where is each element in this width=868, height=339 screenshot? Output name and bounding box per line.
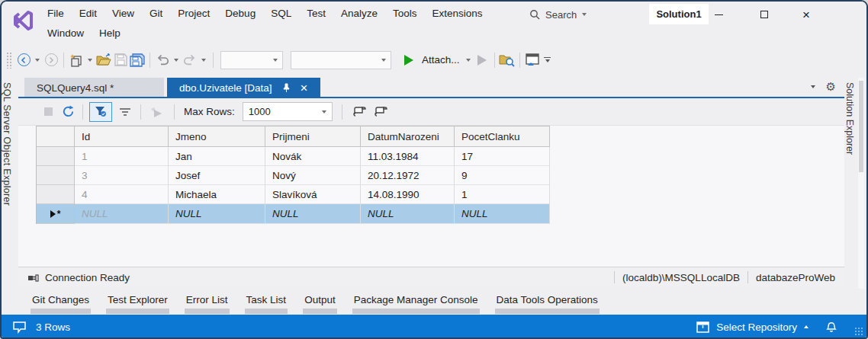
tab-test-explorer[interactable]: Test Explorer	[108, 289, 168, 310]
menu-file[interactable]: File	[40, 8, 72, 19]
start-debug-button[interactable]	[400, 50, 417, 70]
navigate-back-dropdown[interactable]	[32, 50, 43, 70]
attach-label[interactable]: Attach...	[422, 54, 460, 66]
minimize-button[interactable]	[701, 2, 737, 27]
navigate-back-button[interactable]	[15, 50, 32, 70]
grid-corner-cell[interactable]	[37, 126, 75, 147]
navigate-forward-button[interactable]	[43, 50, 59, 70]
sort-filter-options-button[interactable]	[117, 102, 133, 122]
cell[interactable]: Nový	[265, 166, 361, 185]
visual-studio-logo-icon	[11, 9, 34, 32]
column-header-id[interactable]: Id	[75, 126, 169, 147]
cell[interactable]: NULL	[169, 204, 265, 224]
tab-sqlquery4[interactable]: SQLQuery4.sql *	[24, 78, 164, 98]
resize-grip[interactable]	[854, 327, 863, 336]
redo-button[interactable]	[182, 50, 198, 70]
menu-help[interactable]: Help	[92, 27, 128, 39]
gear-icon[interactable]: ⚙	[826, 80, 836, 94]
sql-server-object-explorer-tab[interactable]: SQL Server Object Explorer	[2, 76, 18, 289]
menu-project[interactable]: Project	[170, 8, 217, 19]
maximize-button[interactable]	[746, 2, 782, 27]
script-button[interactable]	[352, 102, 368, 122]
cell[interactable]: NULL	[265, 204, 361, 224]
menu-test[interactable]: Test	[299, 8, 333, 19]
solution-name-badge[interactable]: Solution1	[649, 4, 709, 24]
cell[interactable]: NULL	[455, 204, 550, 224]
tab-task-list[interactable]: Task List	[246, 289, 287, 310]
cell[interactable]: 14.08.1990	[361, 185, 455, 204]
stop-button[interactable]	[40, 102, 56, 122]
menu-analyze[interactable]: Analyze	[333, 8, 385, 19]
feedback-bubble-icon[interactable]	[12, 321, 27, 334]
cell[interactable]: 4	[75, 185, 169, 204]
menu-sql[interactable]: SQL	[263, 8, 299, 19]
column-header-pocetclanku[interactable]: PocetClanku	[455, 126, 550, 147]
start-without-debug-button[interactable]	[474, 50, 490, 70]
open-file-button[interactable]	[95, 50, 112, 70]
cell[interactable]: 11.03.1984	[361, 147, 455, 166]
cell[interactable]: 1	[75, 147, 169, 166]
redo-dropdown[interactable]	[198, 50, 209, 70]
cell[interactable]: Novák	[265, 147, 361, 166]
cell[interactable]: 3	[75, 166, 169, 185]
max-rows-combobox[interactable]: 1000	[243, 102, 333, 121]
notifications-bell-icon[interactable]	[825, 321, 837, 334]
tab-data-tools-operations[interactable]: Data Tools Operations	[497, 289, 598, 310]
cell[interactable]: 20.12.1972	[361, 166, 455, 185]
toolbar-overflow-button[interactable]	[541, 50, 555, 70]
menu-view[interactable]: View	[104, 8, 142, 19]
search-icon	[529, 9, 540, 20]
save-button[interactable]	[112, 50, 129, 70]
configuration-combobox[interactable]	[220, 51, 283, 69]
row-header[interactable]	[37, 147, 75, 166]
column-header-datumnarozeni[interactable]: DatumNarozeni	[361, 126, 455, 147]
attach-dropdown[interactable]	[463, 50, 474, 70]
menu-window[interactable]: Window	[40, 27, 92, 39]
cell[interactable]: NULL	[75, 204, 169, 224]
document-list-dropdown-icon[interactable]	[811, 85, 815, 88]
platform-combobox[interactable]	[291, 51, 391, 69]
filter-button[interactable]	[89, 102, 112, 122]
find-in-files-button[interactable]	[499, 50, 516, 70]
menu-extensions[interactable]: Extensions	[424, 8, 490, 19]
tab-output[interactable]: Output	[304, 289, 336, 310]
row-header[interactable]	[37, 185, 75, 204]
cell[interactable]: 1	[455, 185, 550, 204]
column-header-prijmeni[interactable]: Prijmeni	[265, 126, 361, 147]
pin-icon[interactable]	[281, 83, 291, 93]
tab-package-manager-console[interactable]: Package Manager Console	[354, 289, 478, 310]
cell[interactable]: 9	[455, 166, 550, 185]
menu-tools[interactable]: Tools	[385, 8, 425, 19]
script-to-file-button[interactable]	[373, 102, 390, 122]
undo-dropdown[interactable]	[171, 50, 182, 70]
cell[interactable]: 17	[455, 147, 550, 166]
search-box[interactable]: Search	[529, 5, 587, 24]
new-project-button[interactable]	[68, 50, 85, 70]
cell[interactable]: Josef	[169, 166, 265, 185]
tab-git-changes[interactable]: Git Changes	[32, 289, 89, 310]
execute-script-button[interactable]	[148, 102, 165, 122]
right-scroll-thumb[interactable]	[859, 81, 863, 172]
tab-error-list[interactable]: Error List	[186, 289, 228, 310]
toolbar-grip[interactable]	[6, 52, 12, 69]
menu-debug[interactable]: Debug	[217, 8, 263, 19]
close-icon: ×	[802, 8, 810, 21]
row-header[interactable]	[37, 166, 75, 185]
refresh-button[interactable]	[59, 102, 76, 122]
browser-home-button[interactable]	[524, 50, 541, 70]
save-all-button[interactable]	[129, 50, 146, 70]
cell[interactable]: Slavíková	[265, 185, 361, 204]
cell[interactable]: Jan	[169, 147, 265, 166]
select-repository-button[interactable]: Select Repository	[696, 321, 809, 333]
new-row-header[interactable]: *	[37, 204, 75, 224]
menu-git[interactable]: Git	[142, 8, 170, 19]
tab-dbo-uzivatele-data[interactable]: dbo.Uzivatele [Data] ×	[167, 78, 320, 98]
column-header-jmeno[interactable]: Jmeno	[169, 126, 265, 147]
cell[interactable]: Michaela	[169, 185, 265, 204]
close-button[interactable]: ×	[786, 2, 827, 27]
undo-button[interactable]	[154, 50, 171, 70]
cell[interactable]: NULL	[361, 204, 455, 224]
tab-close-icon[interactable]: ×	[301, 82, 308, 94]
new-project-dropdown[interactable]	[85, 50, 95, 70]
menu-edit[interactable]: Edit	[72, 8, 104, 19]
